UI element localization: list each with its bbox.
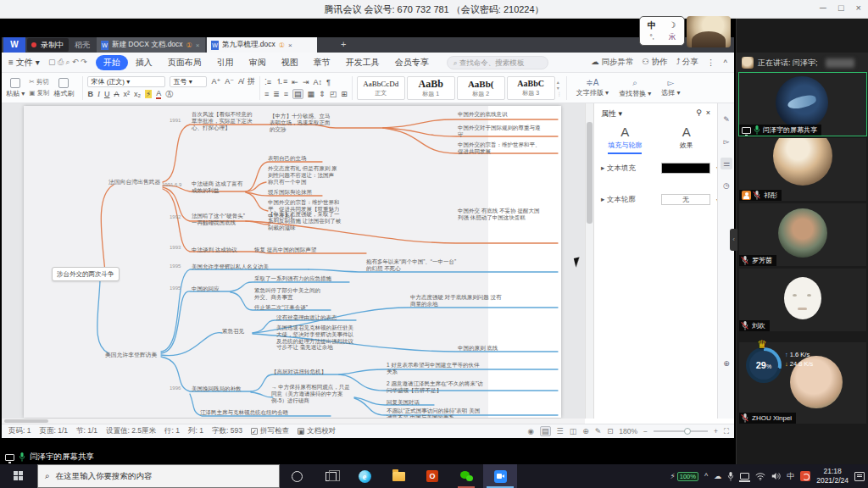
tencent-meeting-button[interactable] [483, 464, 517, 488]
status-word-count[interactable]: 字数: 593 [212, 426, 242, 436]
task-view-button[interactable] [314, 464, 348, 488]
align-center-icon[interactable]: ≣ [273, 90, 280, 98]
close-button[interactable]: × [856, 3, 861, 13]
style-heading2[interactable]: AaBb(标题 2 [457, 76, 505, 100]
menu-member[interactable]: 会员专享 [387, 55, 437, 70]
text-fill-swatch[interactable]: ▾ [661, 163, 710, 174]
increase-indent-icon[interactable]: ⇥ [303, 78, 309, 86]
bullet-list-icon[interactable]: ⁚≡ [264, 78, 271, 86]
shading-icon[interactable]: ◰ [330, 90, 337, 98]
view-web-icon[interactable]: ◫ [570, 427, 577, 435]
zoom-out-button[interactable]: − [643, 427, 648, 435]
zoom-level[interactable]: 180% [619, 427, 637, 435]
pen-icon[interactable]: ✎ [721, 114, 732, 125]
moon-icon[interactable]: ☽ [669, 21, 676, 30]
file-menu[interactable]: ≡ 文件 ▾ [8, 57, 40, 69]
tab-close-icon[interactable]: × [196, 42, 200, 49]
quick-access-toolbar[interactable]: ▢ ⎙ ⌕ ↶ ↷ [48, 58, 87, 67]
command-search-input[interactable]: ⌕ 查找命令、搜索模板 [447, 56, 548, 69]
share-button[interactable]: ⤴ 分享 [676, 57, 698, 68]
wechat-button[interactable] [449, 464, 483, 488]
style-normal[interactable]: AaBbCcDd正文 [357, 76, 405, 100]
zoom-knob[interactable] [684, 428, 691, 435]
text-layout-tool[interactable]: ≑A文字排版 ▾ [571, 78, 614, 97]
document-canvas[interactable]: 涉台外交的两次斗争法国向台湾出售武器美国允许李登辉访美19911991.6.91… [2, 103, 585, 419]
tab-fill-outline[interactable]: A填充与轮廓 [594, 125, 656, 154]
sync-status-button[interactable]: ☁ 同步异常 [591, 57, 633, 68]
format-painter-button[interactable]: 格式刷 [49, 78, 78, 98]
wifi-icon[interactable] [755, 472, 765, 480]
ime-toolbar[interactable]: 中 ☽ °‚ Ӝ [639, 16, 685, 46]
text-outline-select[interactable]: 无▾ [661, 194, 710, 205]
laptop-icon[interactable] [740, 473, 749, 480]
participant-tile-share[interactable]: 闫泽宇的屏幕共享 [739, 73, 866, 136]
justify-icon[interactable]: ▤ [292, 89, 303, 99]
add-icon[interactable]: ⊕ [721, 358, 732, 369]
font-name-select[interactable]: 宋体 (正文) ▾ [87, 76, 165, 87]
menu-dev-tools[interactable]: 开发工具 [338, 55, 387, 70]
distribute-icon[interactable]: ▦ [308, 90, 315, 98]
edge-button[interactable]: e [348, 464, 381, 488]
superscript-button[interactable]: x² [123, 90, 130, 98]
highlight-button[interactable]: ⚡ [145, 90, 152, 98]
clear-format-icon[interactable]: A̸ [238, 77, 243, 86]
menu-references[interactable]: 引用 [209, 55, 242, 70]
speaker-icon[interactable] [771, 472, 781, 480]
tab-effects[interactable]: A效果 [656, 125, 718, 154]
copy-button[interactable]: ▣ 复制 [29, 89, 49, 97]
align-right-icon[interactable]: ≡ [284, 90, 288, 98]
view-read-icon[interactable]: ⊕ [582, 427, 589, 435]
zoom-in-button[interactable]: + [714, 427, 718, 435]
view-page-icon[interactable]: ▤ [540, 426, 551, 436]
menu-view[interactable]: 视图 [274, 55, 306, 70]
doc-tab-2-active[interactable]: W 第九章梳理.docx ① × [207, 37, 317, 53]
panel-controls[interactable]: ⚲ × [696, 108, 710, 119]
paste-button[interactable]: 粘贴 ▾ [2, 78, 29, 98]
char-border-button[interactable]: Ⓐ [165, 89, 173, 100]
sidebar-collapse-handle[interactable]: ‹ [730, 229, 737, 251]
butterfly-icon[interactable]: Ӝ [669, 34, 676, 42]
clock[interactable]: 21:182021/2/24 [816, 467, 849, 485]
italic-button[interactable]: I [97, 90, 100, 98]
action-center-icon[interactable] [854, 472, 865, 481]
collaborate-button[interactable]: ⚇ 协作 [642, 57, 667, 68]
align-left-icon[interactable]: ≡ [264, 90, 269, 98]
collapse-ribbon-icon[interactable]: ^ [724, 58, 727, 67]
border-icon[interactable]: ⊞ [341, 90, 348, 98]
input-indicator[interactable]: 中 [787, 471, 794, 482]
scrollbar-thumb[interactable] [587, 122, 593, 224]
tab-docer[interactable]: 稻壳 [75, 37, 90, 53]
style-heading1[interactable]: AaBb标题 1 [407, 76, 455, 100]
phonetic-guide-icon[interactable]: 拼 [248, 76, 255, 87]
taskbar-search-input[interactable]: ⌕在这里输入你要搜索的内容 [37, 464, 280, 488]
view-write-icon[interactable]: ✎ [595, 427, 602, 435]
view-outline-icon[interactable]: ☰ [557, 427, 564, 435]
tray-expand-icon[interactable]: ^ [704, 472, 708, 480]
spell-check-toggle[interactable]: ✓拼写检查 [251, 426, 289, 436]
office-button[interactable]: O [415, 464, 449, 488]
ime-mode-indicator[interactable]: 中 [648, 21, 656, 30]
line-spacing-icon[interactable]: ⇕ [319, 90, 326, 98]
vertical-scrollbar[interactable] [585, 103, 593, 419]
history-icon[interactable]: ◷ [721, 180, 732, 191]
decrease-font-icon[interactable]: A⁻ [225, 77, 234, 86]
mic-tray-icon[interactable] [727, 472, 734, 481]
subscript-button[interactable]: x₂ [134, 90, 141, 98]
underline-button[interactable]: U [104, 90, 110, 98]
decrease-indent-icon[interactable]: ⇤ [292, 78, 298, 86]
show-marks-icon[interactable]: ¶ [326, 78, 331, 86]
find-replace-tool[interactable]: ⌕查找替换 ▾ [614, 78, 656, 98]
cursor-icon[interactable]: ▻ [721, 136, 732, 147]
menu-page-layout[interactable]: 页面布局 [160, 55, 209, 70]
cortana-button[interactable] [280, 464, 314, 488]
doc-tab-1[interactable]: W 新建 DOCX 文档.docx ① × [97, 37, 205, 53]
participant-tile[interactable]: 罗芳茵 [739, 203, 866, 266]
tab-close-icon[interactable]: × [288, 42, 292, 49]
font-size-select[interactable]: 五号 ▾ [170, 76, 207, 87]
battery-indicator[interactable]: ⚡100% [670, 472, 698, 481]
cut-button[interactable]: ✂ 剪切 [29, 78, 49, 86]
new-tab-button[interactable]: + [341, 39, 346, 49]
scrollbar-thumb[interactable] [4, 419, 48, 423]
font-color-button[interactable]: A [156, 89, 161, 99]
increase-font-icon[interactable]: A⁺ [211, 77, 220, 86]
